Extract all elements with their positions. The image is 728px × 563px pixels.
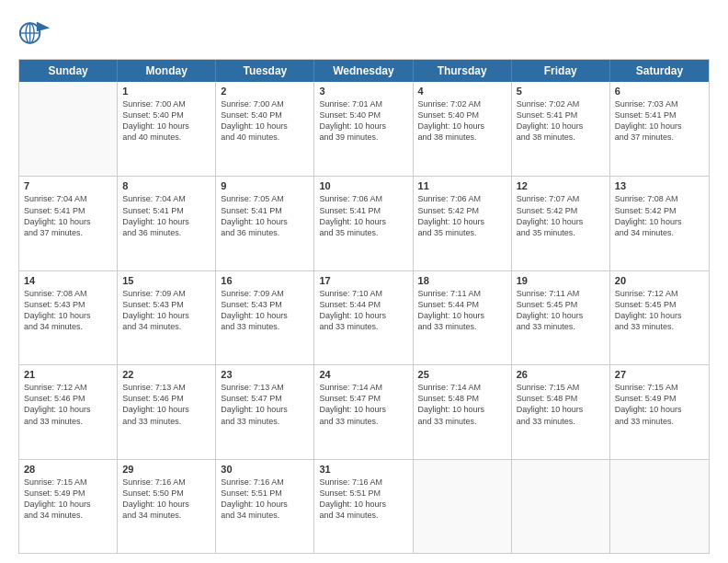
day-cell-5: 5Sunrise: 7:02 AMSunset: 5:41 PMDaylight…	[512, 82, 610, 176]
day-info: Sunrise: 7:02 AMSunset: 5:40 PMDaylight:…	[418, 98, 506, 144]
day-number: 17	[319, 275, 407, 286]
logo-icon	[18, 17, 51, 50]
calendar-row-3: 14Sunrise: 7:08 AMSunset: 5:43 PMDayligh…	[19, 270, 709, 364]
day-info: Sunrise: 7:10 AMSunset: 5:44 PMDaylight:…	[319, 288, 407, 333]
day-info: Sunrise: 7:14 AMSunset: 5:47 PMDaylight:…	[319, 382, 407, 427]
calendar-body: 1Sunrise: 7:00 AMSunset: 5:40 PMDaylight…	[19, 82, 709, 553]
day-info: Sunrise: 7:01 AMSunset: 5:40 PMDaylight:…	[319, 98, 407, 144]
day-number: 19	[517, 275, 605, 286]
day-number: 21	[24, 369, 112, 380]
calendar-row-5: 28Sunrise: 7:15 AMSunset: 5:49 PMDayligh…	[19, 459, 709, 553]
day-cell-11: 11Sunrise: 7:06 AMSunset: 5:42 PMDayligh…	[414, 177, 512, 270]
day-info: Sunrise: 7:15 AMSunset: 5:49 PMDaylight:…	[24, 477, 112, 522]
calendar-row-2: 7Sunrise: 7:04 AMSunset: 5:41 PMDaylight…	[19, 176, 709, 270]
day-info: Sunrise: 7:16 AMSunset: 5:51 PMDaylight:…	[319, 477, 407, 522]
day-info: Sunrise: 7:05 AMSunset: 5:41 PMDaylight:…	[221, 193, 309, 238]
day-cell-12: 12Sunrise: 7:07 AMSunset: 5:42 PMDayligh…	[512, 177, 610, 270]
empty-cell-4-6	[610, 460, 709, 553]
day-number: 5	[517, 86, 605, 97]
day-number: 7	[24, 180, 112, 191]
day-cell-23: 23Sunrise: 7:13 AMSunset: 5:47 PMDayligh…	[216, 365, 314, 458]
day-number: 6	[615, 86, 704, 97]
page: SundayMondayTuesdayWednesdayThursdayFrid…	[0, 0, 728, 563]
day-cell-14: 14Sunrise: 7:08 AMSunset: 5:43 PMDayligh…	[19, 271, 118, 364]
day-number: 12	[517, 180, 605, 191]
day-info: Sunrise: 7:04 AMSunset: 5:41 PMDaylight:…	[24, 193, 112, 238]
day-header-thursday: Thursday	[414, 60, 512, 82]
day-cell-9: 9Sunrise: 7:05 AMSunset: 5:41 PMDaylight…	[216, 177, 314, 270]
header	[18, 17, 710, 50]
day-cell-1: 1Sunrise: 7:00 AMSunset: 5:40 PMDaylight…	[118, 82, 216, 176]
day-number: 10	[319, 180, 407, 191]
day-cell-19: 19Sunrise: 7:11 AMSunset: 5:45 PMDayligh…	[512, 271, 610, 364]
day-cell-22: 22Sunrise: 7:13 AMSunset: 5:46 PMDayligh…	[118, 365, 216, 458]
day-number: 8	[122, 180, 210, 191]
day-info: Sunrise: 7:08 AMSunset: 5:42 PMDaylight:…	[615, 193, 704, 238]
day-info: Sunrise: 7:09 AMSunset: 5:43 PMDaylight:…	[221, 288, 309, 333]
day-info: Sunrise: 7:02 AMSunset: 5:41 PMDaylight:…	[517, 98, 605, 144]
day-cell-3: 3Sunrise: 7:01 AMSunset: 5:40 PMDaylight…	[314, 82, 413, 176]
day-info: Sunrise: 7:16 AMSunset: 5:51 PMDaylight:…	[221, 477, 309, 522]
day-header-friday: Friday	[512, 60, 610, 82]
day-number: 9	[221, 180, 309, 191]
day-number: 29	[122, 464, 210, 475]
day-cell-29: 29Sunrise: 7:16 AMSunset: 5:50 PMDayligh…	[118, 460, 216, 553]
day-number: 22	[122, 369, 210, 380]
day-cell-17: 17Sunrise: 7:10 AMSunset: 5:44 PMDayligh…	[314, 271, 413, 364]
day-info: Sunrise: 7:08 AMSunset: 5:43 PMDaylight:…	[24, 288, 112, 333]
day-info: Sunrise: 7:14 AMSunset: 5:48 PMDaylight:…	[418, 382, 506, 427]
day-cell-4: 4Sunrise: 7:02 AMSunset: 5:40 PMDaylight…	[414, 82, 512, 176]
calendar: SundayMondayTuesdayWednesdayThursdayFrid…	[18, 59, 710, 554]
day-number: 13	[615, 180, 704, 191]
day-info: Sunrise: 7:09 AMSunset: 5:43 PMDaylight:…	[122, 288, 210, 333]
day-cell-20: 20Sunrise: 7:12 AMSunset: 5:45 PMDayligh…	[610, 271, 709, 364]
day-number: 2	[221, 86, 309, 97]
day-info: Sunrise: 7:00 AMSunset: 5:40 PMDaylight:…	[221, 98, 309, 144]
day-cell-18: 18Sunrise: 7:11 AMSunset: 5:44 PMDayligh…	[414, 271, 512, 364]
day-header-tuesday: Tuesday	[216, 60, 314, 82]
day-cell-10: 10Sunrise: 7:06 AMSunset: 5:41 PMDayligh…	[314, 177, 413, 270]
empty-cell-4-5	[512, 460, 610, 553]
day-cell-21: 21Sunrise: 7:12 AMSunset: 5:46 PMDayligh…	[19, 365, 118, 458]
day-number: 27	[615, 369, 704, 380]
empty-cell-4-4	[414, 460, 512, 553]
day-info: Sunrise: 7:06 AMSunset: 5:42 PMDaylight:…	[418, 193, 506, 238]
day-number: 25	[418, 369, 506, 380]
day-cell-31: 31Sunrise: 7:16 AMSunset: 5:51 PMDayligh…	[314, 460, 413, 553]
day-number: 18	[418, 275, 506, 286]
day-cell-27: 27Sunrise: 7:15 AMSunset: 5:49 PMDayligh…	[610, 365, 709, 458]
day-cell-6: 6Sunrise: 7:03 AMSunset: 5:41 PMDaylight…	[610, 82, 709, 176]
day-info: Sunrise: 7:11 AMSunset: 5:44 PMDaylight:…	[418, 288, 506, 333]
day-cell-24: 24Sunrise: 7:14 AMSunset: 5:47 PMDayligh…	[314, 365, 413, 458]
svg-marker-4	[37, 21, 50, 31]
calendar-header: SundayMondayTuesdayWednesdayThursdayFrid…	[19, 60, 709, 82]
day-info: Sunrise: 7:00 AMSunset: 5:40 PMDaylight:…	[122, 98, 210, 144]
day-number: 26	[517, 369, 605, 380]
day-number: 20	[615, 275, 704, 286]
day-number: 30	[221, 464, 309, 475]
day-number: 1	[122, 86, 210, 97]
day-number: 28	[24, 464, 112, 475]
day-cell-30: 30Sunrise: 7:16 AMSunset: 5:51 PMDayligh…	[216, 460, 314, 553]
day-cell-8: 8Sunrise: 7:04 AMSunset: 5:41 PMDaylight…	[118, 177, 216, 270]
calendar-row-1: 1Sunrise: 7:00 AMSunset: 5:40 PMDaylight…	[19, 82, 709, 176]
day-cell-16: 16Sunrise: 7:09 AMSunset: 5:43 PMDayligh…	[216, 271, 314, 364]
day-info: Sunrise: 7:07 AMSunset: 5:42 PMDaylight:…	[517, 193, 605, 238]
day-info: Sunrise: 7:03 AMSunset: 5:41 PMDaylight:…	[615, 98, 704, 144]
day-info: Sunrise: 7:13 AMSunset: 5:47 PMDaylight:…	[221, 382, 309, 427]
day-number: 4	[418, 86, 506, 97]
day-cell-7: 7Sunrise: 7:04 AMSunset: 5:41 PMDaylight…	[19, 177, 118, 270]
day-number: 23	[221, 369, 309, 380]
day-cell-28: 28Sunrise: 7:15 AMSunset: 5:49 PMDayligh…	[19, 460, 118, 553]
day-info: Sunrise: 7:06 AMSunset: 5:41 PMDaylight:…	[319, 193, 407, 238]
day-number: 24	[319, 369, 407, 380]
calendar-row-4: 21Sunrise: 7:12 AMSunset: 5:46 PMDayligh…	[19, 364, 709, 458]
day-number: 14	[24, 275, 112, 286]
day-info: Sunrise: 7:13 AMSunset: 5:46 PMDaylight:…	[122, 382, 210, 427]
day-number: 3	[319, 86, 407, 97]
day-info: Sunrise: 7:04 AMSunset: 5:41 PMDaylight:…	[122, 193, 210, 238]
day-info: Sunrise: 7:12 AMSunset: 5:46 PMDaylight:…	[24, 382, 112, 427]
day-number: 16	[221, 275, 309, 286]
day-number: 31	[319, 464, 407, 475]
day-cell-15: 15Sunrise: 7:09 AMSunset: 5:43 PMDayligh…	[118, 271, 216, 364]
